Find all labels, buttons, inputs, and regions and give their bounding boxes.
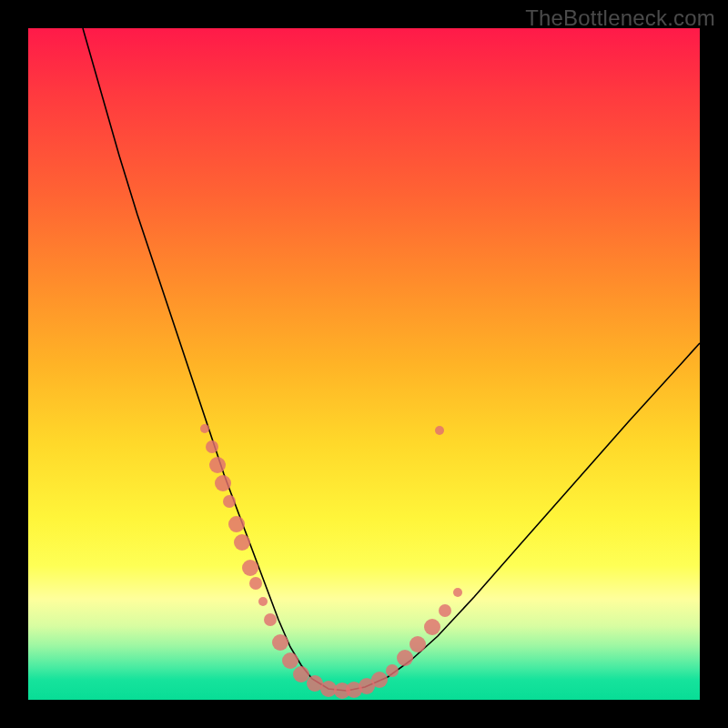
chart-plot-area bbox=[28, 28, 700, 700]
data-dot bbox=[439, 604, 451, 617]
data-dot bbox=[435, 426, 444, 435]
watermark-text: TheBottleneck.com bbox=[525, 5, 715, 31]
bottleneck-curve-path bbox=[83, 28, 700, 691]
chart-svg bbox=[28, 28, 700, 700]
data-dot bbox=[386, 664, 399, 677]
data-dot bbox=[272, 634, 288, 651]
data-dots-group bbox=[200, 424, 462, 699]
data-dot bbox=[228, 516, 245, 532]
data-dot bbox=[200, 424, 209, 433]
data-dot bbox=[264, 613, 277, 626]
data-dot bbox=[397, 650, 413, 666]
data-dot bbox=[258, 597, 268, 606]
data-dot bbox=[293, 666, 309, 682]
data-dot bbox=[282, 652, 298, 669]
data-dot bbox=[242, 560, 258, 576]
data-dot bbox=[371, 672, 388, 688]
data-dot bbox=[453, 588, 462, 597]
data-dot bbox=[234, 534, 250, 551]
data-dot bbox=[223, 495, 236, 508]
data-dot bbox=[215, 475, 231, 491]
data-dot bbox=[206, 440, 218, 453]
data-dot bbox=[209, 457, 226, 473]
data-dot bbox=[249, 577, 262, 590]
data-dot bbox=[424, 619, 440, 635]
data-dot bbox=[410, 636, 426, 652]
